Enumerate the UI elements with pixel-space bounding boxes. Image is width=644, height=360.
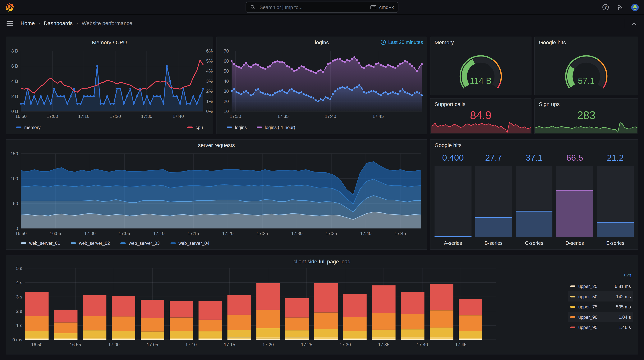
svg-text:50: 50	[224, 69, 229, 74]
svg-text:40: 40	[224, 79, 229, 84]
svg-text:20: 20	[224, 99, 229, 104]
legend-swatch	[227, 126, 232, 128]
svg-text:4%: 4%	[206, 69, 213, 74]
chart-legend: web_server_01web_server_02web_server_03w…	[21, 241, 209, 246]
legend-item-upper_50[interactable]: upper_50142 ms	[568, 291, 633, 302]
search-bar[interactable]: cmd+k	[246, 2, 398, 13]
chevron-up-icon[interactable]	[630, 19, 638, 28]
chart-legend: loginslogins (-1 hour)	[227, 125, 295, 130]
legend-item-web_server_04[interactable]: web_server_04	[170, 241, 210, 246]
panel-title[interactable]: Memory	[430, 37, 531, 46]
news-icon[interactable]	[616, 3, 624, 11]
svg-text:17:00: 17:00	[47, 114, 58, 119]
breadcrumb-current: Website performance	[82, 20, 132, 26]
bar-gauge-bar	[475, 166, 512, 237]
svg-text:17:10: 17:10	[153, 231, 164, 236]
svg-text:17:20: 17:20	[262, 342, 274, 347]
client-load-legend: avgupper_256.81 msupper_50142 msupper_75…	[568, 272, 633, 332]
panel-title[interactable]: Memory / CPU	[6, 37, 213, 46]
bar-gauge-value: 66.5	[556, 153, 593, 164]
svg-text:17:05: 17:05	[119, 231, 130, 236]
svg-text:5%: 5%	[206, 59, 213, 64]
svg-text:4 B: 4 B	[11, 79, 18, 84]
breadcrumb-home[interactable]: Home	[20, 20, 35, 26]
panel-client-load: client side full page load 0 ms1 s2 s3 s…	[6, 256, 638, 354]
legend-item-upper_90[interactable]: upper_901.04 s	[568, 312, 633, 322]
panel-title[interactable]: Google hits	[535, 37, 638, 46]
bar-gauge-column-C-series: 37.1C-series	[516, 153, 552, 247]
breadcrumb-actions	[625, 19, 638, 28]
legend-item-web_server_01[interactable]: web_server_01	[21, 241, 60, 246]
search-icon	[250, 4, 256, 10]
legend-item-web_server_03[interactable]: web_server_03	[120, 241, 160, 246]
legend-item-web_server_02[interactable]: web_server_02	[71, 241, 110, 246]
breadcrumb-separator: ›	[76, 20, 78, 26]
svg-text:30: 30	[224, 89, 229, 94]
bar-gauge-fill	[475, 218, 512, 237]
avatar[interactable]	[631, 3, 639, 11]
svg-text:17:45: 17:45	[455, 342, 466, 347]
svg-text:17:15: 17:15	[224, 342, 235, 347]
legend-header-avg: avg	[568, 272, 633, 281]
panel-title[interactable]: Support calls	[430, 98, 531, 108]
legend-swatch	[170, 242, 176, 244]
svg-text:8 B: 8 B	[11, 48, 18, 54]
svg-text:5 s: 5 s	[16, 266, 22, 271]
legend-item-logins[interactable]: logins	[227, 125, 247, 130]
panel-sign-ups: Sign ups 283	[534, 98, 638, 134]
panel-title[interactable]: server requests	[6, 140, 427, 149]
legend-item-upper_95[interactable]: upper_951.46 s	[568, 322, 633, 332]
svg-text:17:00: 17:00	[84, 231, 96, 236]
keyboard-icon	[370, 4, 376, 10]
svg-text:17:40: 17:40	[172, 114, 184, 119]
topbar-actions: ?	[601, 3, 639, 11]
search-input[interactable]	[259, 4, 367, 10]
bar-gauge-bar	[434, 166, 471, 237]
panel-title[interactable]: Sign ups	[535, 98, 638, 108]
svg-text:17:35: 17:35	[378, 342, 390, 347]
panel-google-hits-bars: Google hits 0.400A-series27.7B-series37.…	[430, 139, 638, 250]
google-hits-bar-gauge: 0.400A-series27.7B-series37.1C-series66.…	[434, 153, 634, 247]
help-icon[interactable]: ?	[601, 3, 610, 11]
menu-toggle-icon[interactable]	[6, 19, 14, 28]
svg-text:2 B: 2 B	[11, 94, 18, 99]
bar-gauge-fill	[434, 236, 471, 237]
svg-text:3 s: 3 s	[16, 294, 22, 300]
logins-chart: 1020304050607017:3017:3517:4017:45	[217, 37, 427, 134]
client-load-chart: 0 ms1 s2 s3 s4 s5 s16:5016:5517:0017:051…	[6, 256, 638, 354]
stat-value: 84.9	[430, 109, 531, 122]
svg-text:16:55: 16:55	[70, 342, 81, 347]
search-shortcut: cmd+k	[370, 4, 394, 10]
legend-swatch	[570, 285, 576, 287]
svg-text:0: 0	[16, 226, 18, 231]
panel-title[interactable]: Google hits	[430, 140, 638, 149]
svg-text:17:25: 17:25	[257, 231, 268, 236]
legend-swatch	[257, 126, 262, 128]
svg-text:6 B: 6 B	[11, 64, 18, 69]
panel-support-calls: Support calls 84.9	[430, 98, 532, 134]
svg-text:2%: 2%	[206, 89, 213, 94]
gauge-value: 57.1	[535, 76, 638, 86]
svg-text:17:30: 17:30	[340, 342, 351, 347]
svg-text:17:45: 17:45	[372, 114, 384, 119]
legend-item-cpu[interactable]: cpu	[188, 125, 203, 130]
panel-time-range[interactable]: Last 20 minutes	[380, 40, 423, 45]
bar-gauge-column-D-series: 66.5D-series	[556, 153, 593, 247]
breadcrumb-separator: ›	[38, 20, 40, 26]
legend-swatch	[188, 126, 193, 128]
stat-value: 283	[535, 109, 638, 122]
grafana-logo-icon[interactable]	[5, 2, 15, 12]
svg-text:10: 10	[224, 109, 229, 114]
legend-item-memory[interactable]: memory	[16, 125, 41, 130]
svg-text:17:40: 17:40	[417, 342, 428, 347]
legend-item-upper_75[interactable]: upper_75535 ms	[568, 302, 633, 312]
svg-text:16:50: 16:50	[31, 342, 42, 347]
clock-icon	[380, 40, 386, 45]
svg-text:?: ?	[604, 5, 606, 10]
legend-item-upper_25[interactable]: upper_256.81 ms	[568, 281, 633, 291]
panel-title[interactable]: client side full page load	[6, 256, 638, 265]
breadcrumb-dashboards[interactable]: Dashboards	[44, 20, 73, 26]
bar-gauge-value: 27.7	[475, 153, 512, 164]
legend-item-logins (-1 hour)[interactable]: logins (-1 hour)	[257, 125, 295, 130]
bar-gauge-fill	[556, 190, 593, 237]
